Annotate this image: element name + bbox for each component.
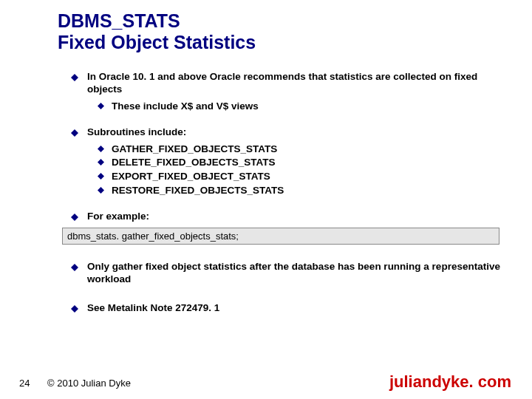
diamond-bullet-icon — [71, 264, 78, 271]
diamond-bullet-icon — [98, 159, 104, 166]
bullet-text: For example: — [87, 211, 149, 223]
diamond-bullet-icon — [71, 129, 78, 137]
diamond-bullet-icon — [98, 146, 104, 152]
diamond-bullet-icon — [98, 103, 104, 109]
svg-marker-2 — [71, 129, 78, 137]
diamond-bullet-icon — [98, 173, 104, 180]
sub-bullet-text: DELETE_FIXED_OBJECTS_STATS — [112, 157, 276, 169]
sub-bullet-text: EXPORT_FIXED_OBJECT_STATS — [112, 171, 270, 183]
diamond-bullet-icon — [98, 187, 104, 194]
diamond-bullet-icon — [71, 214, 78, 221]
sub-list: These include X$ and V$ views — [98, 100, 502, 113]
bullet-item: Only gather fixed object statistics afte… — [71, 261, 502, 286]
svg-marker-8 — [71, 264, 78, 271]
sub-bullet-text: These include X$ and V$ views — [112, 100, 259, 113]
sub-bullet-item: These include X$ and V$ views — [98, 100, 502, 113]
bullet-text: In Oracle 10. 1 and above Oracle recomme… — [87, 71, 502, 96]
page-number: 24 — [19, 378, 30, 389]
title-line-2: Fixed Object Statistics — [58, 32, 256, 53]
copyright: © 2010 Julian Dyke — [47, 378, 131, 389]
bullet-item: For example: — [71, 211, 502, 223]
sub-bullet-text: GATHER_FIXED_OBJECTS_STATS — [112, 143, 277, 156]
sub-bullet-text: RESTORE_FIXED_OBJECTS_STATS — [112, 185, 284, 197]
sub-bullet-item: GATHER_FIXED_OBJECTS_STATS — [98, 143, 502, 156]
site-url: juliandyke. com — [389, 372, 511, 392]
bullet-text: See Metalink Note 272479. 1 — [87, 302, 219, 315]
svg-marker-6 — [98, 187, 104, 194]
bullet-text: Only gather fixed object statistics afte… — [87, 261, 502, 286]
slide-content: In Oracle 10. 1 and above Oracle recomme… — [71, 71, 502, 319]
svg-marker-7 — [71, 214, 78, 221]
title-line-1: DBMS_STATS — [58, 10, 256, 32]
code-example: dbms_stats. gather_fixed_objects_stats; — [62, 228, 499, 245]
slide-title: DBMS_STATS Fixed Object Statistics — [58, 10, 256, 53]
svg-marker-3 — [98, 146, 104, 152]
bullet-text: Subroutines include: — [87, 126, 186, 139]
sub-bullet-item: EXPORT_FIXED_OBJECT_STATS — [98, 171, 502, 183]
diamond-bullet-icon — [71, 305, 78, 313]
sub-bullet-item: RESTORE_FIXED_OBJECTS_STATS — [98, 185, 502, 197]
bullet-item: Subroutines include: — [71, 126, 502, 139]
svg-marker-0 — [71, 74, 78, 81]
diamond-bullet-icon — [71, 74, 78, 81]
bullet-item: In Oracle 10. 1 and above Oracle recomme… — [71, 71, 502, 96]
svg-marker-4 — [98, 159, 104, 166]
svg-marker-9 — [71, 305, 78, 313]
svg-marker-5 — [98, 173, 104, 180]
svg-marker-1 — [98, 103, 104, 109]
bullet-item: See Metalink Note 272479. 1 — [71, 302, 502, 315]
slide: DBMS_STATS Fixed Object Statistics In Or… — [0, 0, 532, 399]
sub-list: GATHER_FIXED_OBJECTS_STATS DELETE_FIXED_… — [98, 143, 502, 198]
sub-bullet-item: DELETE_FIXED_OBJECTS_STATS — [98, 157, 502, 169]
